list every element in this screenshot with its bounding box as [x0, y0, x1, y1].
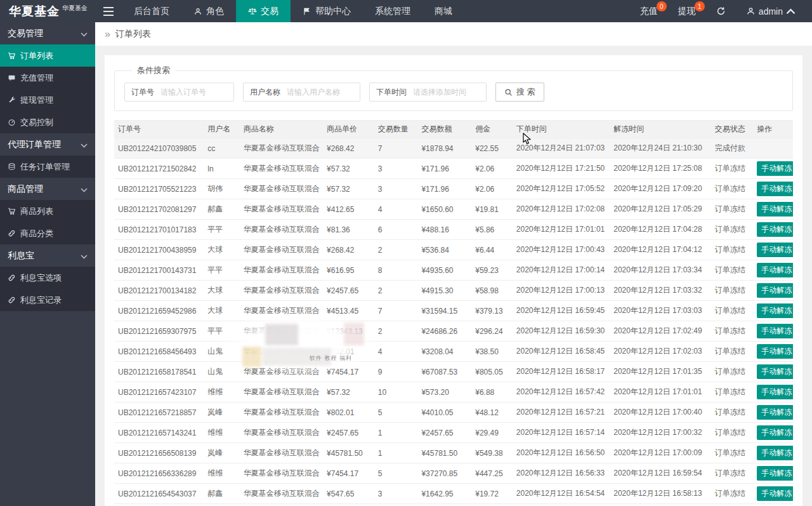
cell-user: 维维 [204, 463, 240, 484]
unfreeze-button[interactable]: 手动解冻 [757, 202, 793, 216]
cell-user: ln [204, 159, 240, 179]
sidebar-item-交易控制[interactable]: 交易控制 [0, 111, 95, 133]
unfreeze-button[interactable]: 手动解冻 [757, 263, 793, 277]
unfreeze-button[interactable]: 手动解冻 [757, 486, 793, 501]
chevron-down-icon [81, 140, 88, 150]
sidebar-item-充值管理[interactable]: 充值管理 [0, 67, 95, 89]
cell-order: UB2012121700438959 [114, 240, 204, 260]
unfreeze-button[interactable]: 手动解冻 [757, 446, 793, 460]
unfreeze-button[interactable]: 手动解冻 [757, 161, 793, 176]
cell-unfreeze: 2020年12月12日 16:58:11 [610, 504, 710, 506]
table-row: UB2012121658178541山鬼华夏基金移动互联混合¥7454.179¥… [114, 362, 793, 382]
cell-action: 手动解冻 [753, 504, 793, 506]
cell-product: 华夏基金移动互联混合 [240, 443, 323, 463]
cell-user: 胡伟 [204, 179, 240, 199]
sidebar-item-利息宝记录[interactable]: 利息宝记录 [0, 289, 95, 311]
top-nav-item-4[interactable]: 系统管理 [363, 0, 422, 22]
cell-price: ¥2457.65 [323, 281, 374, 301]
cell-unfreeze: 2020年12月24日 21:10:30 [610, 138, 710, 159]
filter-input-2[interactable] [413, 83, 486, 101]
unfreeze-button[interactable]: 手动解冻 [757, 243, 793, 257]
cell-user: 大球 [204, 301, 240, 321]
cell-order: UB2012121657423107 [114, 382, 204, 403]
cell-product: 华夏基金移动互联混合 [240, 159, 323, 179]
cell-order: UB2012121700134182 [114, 281, 204, 301]
cell-qty: 5 [374, 463, 418, 484]
sidebar-group-label: 利息宝 [8, 250, 34, 262]
search-button[interactable]: 搜 索 [495, 83, 544, 102]
column-header-9: 交易状态 [711, 121, 754, 138]
cell-price: ¥7454.17 [323, 362, 374, 382]
filter-input-1[interactable] [287, 83, 360, 101]
unfreeze-button[interactable]: 手动解冻 [757, 344, 793, 359]
cell-commission: ¥22.55 [471, 138, 513, 159]
column-header-6: 佣金 [471, 121, 513, 138]
refresh-icon[interactable] [706, 0, 736, 22]
top-nav-item-5[interactable]: 商城 [422, 0, 464, 22]
cell-commission: ¥6.88 [471, 382, 513, 403]
top-nav-label: 后台首页 [134, 6, 169, 17]
cell-user: 大球 [204, 240, 240, 260]
cell-qty: 3 [374, 484, 418, 504]
menu-toggle-icon[interactable] [95, 0, 122, 22]
sidebar-group-2[interactable]: 商品管理 [0, 178, 95, 200]
cell-action: 手动解冻 [753, 342, 793, 362]
cell-price: ¥57.32 [323, 159, 374, 179]
sidebar-group-3[interactable]: 利息宝 [0, 244, 95, 267]
cell-amount: ¥171.96 [417, 159, 471, 179]
cell-action: 手动解冻 [753, 260, 793, 281]
chevron-down-icon [81, 251, 88, 261]
top-nav-item-2[interactable]: 交易 [236, 0, 291, 22]
wrench-icon [8, 96, 16, 104]
cell-unfreeze: 2020年12月12日 17:09:20 [610, 179, 710, 199]
top-nav-label: 帮助中心 [315, 6, 351, 17]
cell-status: 订单冻结 [711, 463, 754, 484]
unfreeze-button[interactable]: 手动解冻 [757, 425, 793, 440]
sidebar-item-label: 任务订单管理 [20, 161, 70, 173]
column-header-10: 操作 [753, 121, 793, 138]
unfreeze-button[interactable]: 手动解冻 [757, 385, 793, 399]
unfreeze-button[interactable]: 手动解冻 [757, 303, 793, 318]
table-row: UB2012121700143731平平华夏基金移动互联混合¥616.958¥4… [114, 260, 793, 281]
filter-input-0[interactable] [160, 83, 233, 101]
filter-label: 订单号 [125, 87, 160, 98]
sidebar-group-1[interactable]: 代理订单管理 [0, 133, 95, 156]
unfreeze-button[interactable]: 手动解冻 [757, 222, 793, 237]
cell-time: 2020年12月12日 16:54:54 [513, 484, 610, 504]
unfreeze-button[interactable]: 手动解冻 [757, 364, 793, 379]
unfreeze-button[interactable]: 手动解冻 [757, 466, 793, 481]
sidebar-group-0[interactable]: 交易管理 [0, 22, 95, 44]
unfreeze-button[interactable]: 手动解冻 [757, 405, 793, 420]
cell-product: 华夏基金移动互联混合 [240, 260, 323, 281]
cell-unfreeze: 2020年12月12日 17:25:08 [610, 159, 710, 179]
top-nav-item-3[interactable]: 帮助中心 [291, 0, 363, 22]
cell-time: 2020年12月12日 16:57:42 [513, 382, 610, 403]
cell-commission: ¥549.38 [471, 443, 513, 463]
unfreeze-button[interactable]: 手动解冻 [757, 283, 793, 298]
sidebar-item-利息宝选项[interactable]: 利息宝选项 [0, 267, 95, 289]
top-nav-item-1[interactable]: 角色 [181, 0, 236, 22]
unfreeze-button[interactable]: 手动解冻 [757, 182, 793, 196]
sidebar-item-商品分类[interactable]: 商品分类 [0, 222, 95, 244]
sidebar-item-订单列表[interactable]: 订单列表 [0, 44, 95, 67]
withdraw-link[interactable]: 提现 1 [668, 0, 706, 22]
cell-qty: 4 [374, 199, 418, 220]
cell-commission: ¥38.50 [471, 342, 513, 362]
sidebar-item-提现管理[interactable]: 提现管理 [0, 89, 95, 111]
cell-user: 维维 [204, 382, 240, 403]
cell-status: 订单冻结 [711, 159, 754, 179]
cell-product: 华夏基金移动互联混合 [240, 463, 323, 484]
link-icon [8, 296, 16, 304]
cell-amount: ¥67087.53 [417, 362, 471, 382]
column-header-7: 下单时间 [513, 121, 610, 138]
cell-unfreeze: 2020年12月12日 17:01:01 [610, 382, 710, 403]
search-fieldset: 条件搜索 订单号用户名称下单时间搜 索 [114, 65, 793, 111]
recharge-link[interactable]: 充值 0 [630, 0, 668, 22]
table-row: UB2012121700438959大球华夏基金移动互联混合¥268.422¥5… [114, 240, 793, 260]
sidebar-item-任务订单管理[interactable]: 任务订单管理 [0, 156, 95, 178]
unfreeze-button[interactable]: 手动解冻 [757, 324, 793, 338]
user-menu[interactable]: admin [736, 0, 806, 22]
sidebar-item-商品列表[interactable]: 商品列表 [0, 200, 95, 222]
top-nav-item-0[interactable]: 后台首页 [122, 0, 181, 22]
table-row: UB2012121657423107维维华夏基金移动互联混合¥57.3210¥5… [114, 382, 793, 403]
